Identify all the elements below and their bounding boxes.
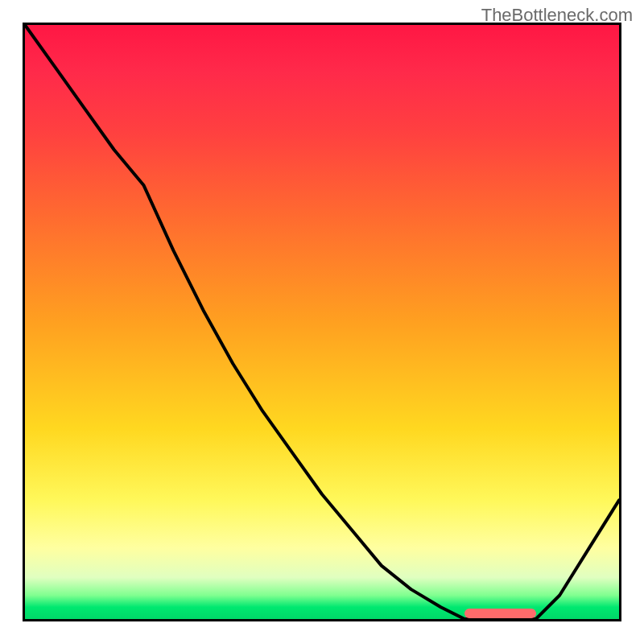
curve-svg (25, 25, 619, 619)
chart-container: TheBottleneck.com (0, 0, 644, 644)
optimal-range-marker (464, 609, 536, 618)
plot-frame (23, 23, 621, 621)
watermark-text: TheBottleneck.com (481, 5, 633, 26)
bottleneck-curve (25, 25, 619, 619)
